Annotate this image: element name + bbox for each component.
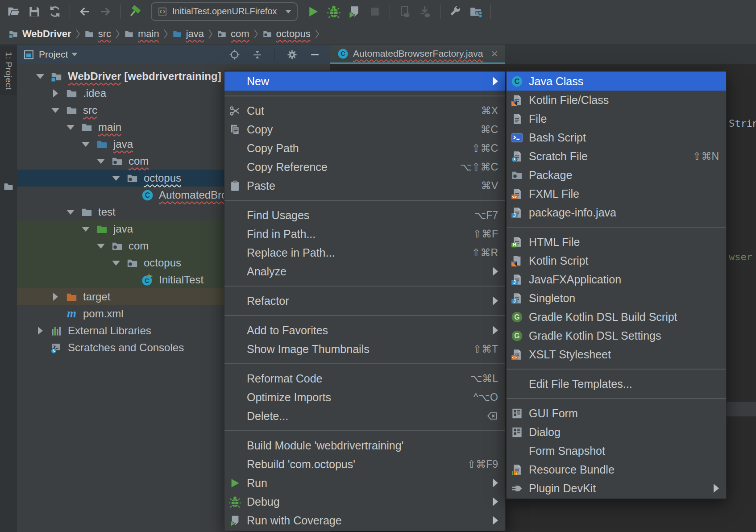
submenu-item-kotlin-script[interactable]: Kotlin Script xyxy=(507,251,726,270)
breadcrumb-item-src[interactable]: src xyxy=(81,28,114,40)
menu-item-show-image-thumbnails[interactable]: Show Image Thumbnails⇧⌘T xyxy=(224,340,505,358)
settings-wrench-button[interactable] xyxy=(445,2,465,21)
navigate-forward-button[interactable] xyxy=(95,2,116,21)
breadcrumb-item-com[interactable]: com xyxy=(214,28,253,40)
expand-arrow-icon[interactable] xyxy=(50,108,61,113)
submenu-item-java-class[interactable]: CJava Class xyxy=(507,72,726,91)
stop-button[interactable] xyxy=(365,2,385,21)
hide-panel-button[interactable] xyxy=(309,49,320,60)
expand-arrow-icon[interactable] xyxy=(35,74,46,79)
project-panel-title[interactable]: Project xyxy=(39,49,68,60)
menu-item-shortcut: ^⌥O xyxy=(474,391,498,403)
menu-item-run-with-coverage[interactable]: Run with Coverage xyxy=(224,511,505,530)
breadcrumb-item-main[interactable]: main xyxy=(121,28,162,40)
menu-item-debug[interactable]: Debug xyxy=(224,492,505,511)
run-with-coverage-button[interactable] xyxy=(344,2,365,21)
submenu-item-xslt-stylesheet[interactable]: <>XSLT Stylesheet xyxy=(507,345,726,364)
menu-item-shortcut: ⌘V xyxy=(481,180,498,192)
submenu-item-bash-script[interactable]: Bash Script xyxy=(507,128,726,147)
submenu-item-singleton[interactable]: JSingleton xyxy=(507,289,726,308)
expand-arrow-icon[interactable] xyxy=(65,210,76,215)
expand-arrow-icon[interactable] xyxy=(80,227,91,232)
debug-button[interactable] xyxy=(324,2,344,21)
breadcrumb-item-java[interactable]: java xyxy=(169,28,207,40)
menu-item-copy[interactable]: Copy⌘C xyxy=(224,120,505,139)
menu-item-build-module-webdrivertraining[interactable]: Build Module 'webdrivertraining' xyxy=(224,436,505,455)
menu-item-copy-path[interactable]: Copy Path⇧⌘C xyxy=(224,139,505,158)
submenu-item-resource-bundle[interactable]: Resource Bundle xyxy=(507,460,726,479)
sdk-manager-button[interactable] xyxy=(465,2,486,21)
sidebar-item-project[interactable]: 1: Project xyxy=(0,46,17,95)
submenu-item-plugin-devkit[interactable]: Plugin DevKit xyxy=(507,479,726,498)
menu-item-refactor[interactable]: Refactor xyxy=(224,291,505,310)
icon-spacer xyxy=(229,228,241,240)
submenu-item-package-info-java[interactable]: Jpackage-info.java xyxy=(507,203,726,222)
expand-arrow-icon[interactable] xyxy=(35,327,46,335)
submenu-item-html-file[interactable]: HHTML File xyxy=(507,233,726,251)
submenu-item-dialog[interactable]: Dialog xyxy=(507,423,726,441)
menu-item-paste[interactable]: Paste⌘V xyxy=(224,176,505,195)
submenu-item-file[interactable]: File xyxy=(507,109,726,128)
expand-arrow-icon[interactable] xyxy=(96,159,106,164)
menu-item-replace-in-path[interactable]: Replace in Path...⇧⌘R xyxy=(224,243,505,262)
expand-arrow-icon[interactable] xyxy=(50,89,61,97)
forward-icon xyxy=(99,5,112,18)
expand-arrow-icon[interactable] xyxy=(111,261,121,266)
menu-item-add-to-favorites[interactable]: Add to Favorites xyxy=(224,321,505,340)
attach-debugger-to-android-button[interactable] xyxy=(395,2,415,21)
menu-item-find-usages[interactable]: Find Usages⌥F7 xyxy=(224,206,505,224)
settings-gear-button[interactable] xyxy=(287,49,298,60)
form-icon xyxy=(511,407,523,420)
menu-item-new[interactable]: New xyxy=(224,72,505,91)
submenu-item-javafxapplication[interactable]: JJavaFXApplication xyxy=(507,270,726,289)
submenu-item-edit-file-templates[interactable]: Edit File Templates... xyxy=(507,374,726,393)
menu-item-find-in-path[interactable]: Find in Path...⇧⌘F xyxy=(224,224,505,243)
menu-item-label: package-info.java xyxy=(529,206,719,219)
menu-item-copy-reference[interactable]: Copy Reference⌥⇧⌘C xyxy=(224,158,505,176)
menu-item-reformat-code[interactable]: Reformat Code⌥⌘L xyxy=(224,369,505,388)
separator xyxy=(224,96,505,96)
backspace-icon xyxy=(486,410,498,422)
submenu-item-kotlin-file-class[interactable]: Kotlin File/Class xyxy=(507,91,726,109)
submenu-item-fxml-file[interactable]: <>FXML File xyxy=(507,184,726,203)
menu-item-cut[interactable]: Cut⌘X xyxy=(224,101,505,120)
build-project-button[interactable] xyxy=(125,2,145,21)
run-configuration-select[interactable]: InitialTest.openURLFirefox xyxy=(151,2,298,21)
android-device-icon xyxy=(398,5,411,18)
runconfig-icon xyxy=(157,6,168,17)
submenu-item-scratch-file[interactable]: Scratch File⇧⌘N xyxy=(507,147,726,166)
maven-icon: m xyxy=(66,308,78,320)
submenu-item-gradle-kotlin-dsl-build-script[interactable]: GGradle Kotlin DSL Build Script xyxy=(507,308,726,326)
submenu-item-gradle-kotlin-dsl-settings[interactable]: GGradle Kotlin DSL Settings xyxy=(507,326,726,345)
expand-arrow-icon[interactable] xyxy=(96,244,106,249)
expand-arrow-icon[interactable] xyxy=(50,293,61,301)
breadcrumb-item-octopus[interactable]: octopus xyxy=(259,28,314,40)
locate-file-button[interactable] xyxy=(229,49,240,60)
menu-item-analyze[interactable]: Analyze xyxy=(224,262,505,281)
expand-arrow-icon[interactable] xyxy=(65,125,76,130)
close-icon[interactable]: × xyxy=(491,48,498,59)
submenu-item-package[interactable]: Package xyxy=(507,166,726,184)
collapse-all-button[interactable] xyxy=(252,49,263,60)
synchronize-button[interactable] xyxy=(45,2,65,21)
menu-item-label: Copy Path xyxy=(247,142,464,155)
paste-icon xyxy=(229,180,241,192)
expand-arrow-icon[interactable] xyxy=(80,142,91,147)
expand-arrow-icon[interactable] xyxy=(111,176,121,181)
submenu-item-form-snapshot[interactable]: Form Snapshot xyxy=(507,441,726,460)
menu-item-shortcut: ⌘C xyxy=(480,124,498,136)
save-all-button[interactable] xyxy=(24,2,45,21)
menu-item-run[interactable]: Run xyxy=(224,474,505,492)
gradle-icon: G xyxy=(511,311,523,323)
navigate-back-button[interactable] xyxy=(75,2,95,21)
submenu-item-gui-form[interactable]: GUI Form xyxy=(507,404,726,423)
menu-item-optimize-imports[interactable]: Optimize Imports^⌥O xyxy=(224,388,505,407)
run-button[interactable] xyxy=(303,2,324,21)
breadcrumb-item-webdriver[interactable]: WebDriver xyxy=(5,28,75,40)
open-project-button[interactable] xyxy=(4,2,24,21)
menu-item-rebuild-com-octopus[interactable]: Rebuild 'com.octopus'⇧⌘F9 xyxy=(224,455,505,474)
locate-icon xyxy=(229,49,240,60)
menu-item-delete[interactable]: Delete... xyxy=(224,407,505,425)
android-capture-button[interactable] xyxy=(415,2,436,21)
tab-automatedbrowserfactory[interactable]: C AutomatedBrowserFactory.java × xyxy=(330,45,505,64)
